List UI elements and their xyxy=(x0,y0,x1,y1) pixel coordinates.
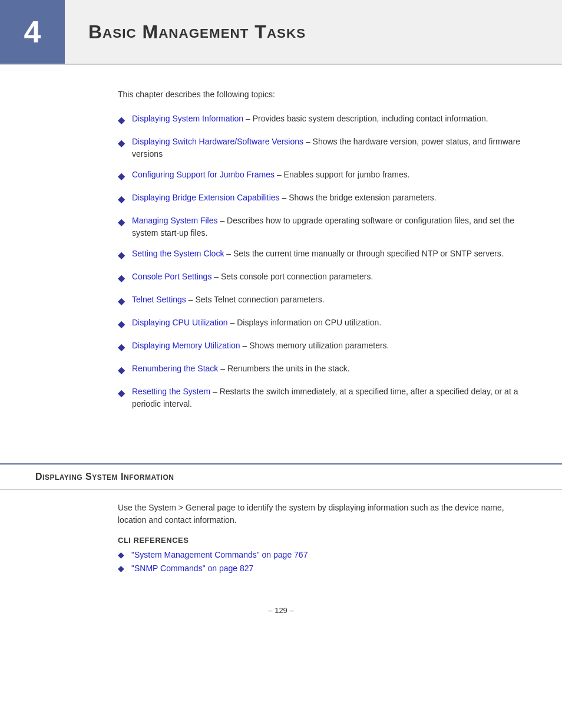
bullet-icon: ◆ xyxy=(118,192,125,206)
bullet-icon: ◆ xyxy=(118,317,125,331)
chapter-title-text: BASIC MANAGEMENT TASKS xyxy=(88,21,306,42)
page-number: – 129 – xyxy=(268,606,293,615)
topic-link-jumbo-frames[interactable]: Configuring Support for Jumbo Frames xyxy=(132,170,275,179)
topic-link-telnet[interactable]: Telnet Settings xyxy=(132,295,186,304)
content-area: This chapter describes the following top… xyxy=(0,65,562,457)
list-item: ◆ Configuring Support for Jumbo Frames –… xyxy=(118,169,527,183)
topic-desc: – Sets Telnet connection parameters. xyxy=(186,295,325,304)
bullet-icon: ◆ xyxy=(118,340,125,354)
topic-content: Displaying System Information – Provides… xyxy=(132,113,527,125)
cli-references-label: CLI References xyxy=(118,536,527,545)
list-item: ◆ Renumbering the Stack – Renumbers the … xyxy=(118,363,527,377)
topic-content: Configuring Support for Jumbo Frames – E… xyxy=(132,169,527,181)
list-item: ◆ Displaying CPU Utilization – Displays … xyxy=(118,317,527,331)
cli-link-snmp[interactable]: "SNMP Commands" on page 827 xyxy=(131,564,253,573)
topic-link-console-port[interactable]: Console Port Settings xyxy=(132,272,211,281)
bullet-icon: ◆ xyxy=(118,271,125,285)
topic-desc: – Shows memory utilization parameters. xyxy=(240,341,389,350)
topic-link-bridge-extension[interactable]: Displaying Bridge Extension Capabilities xyxy=(132,193,280,202)
topic-desc: – Renumbers the units in the stack. xyxy=(218,364,349,373)
bullet-icon: ◆ xyxy=(118,550,124,559)
chapter-title: BASIC MANAGEMENT TASKS xyxy=(88,21,306,43)
topic-content: Setting the System Clock – Sets the curr… xyxy=(132,248,527,260)
topic-desc: – Displays information on CPU utilizatio… xyxy=(228,318,382,327)
topics-list: ◆ Displaying System Information – Provid… xyxy=(118,113,527,410)
bullet-icon: ◆ xyxy=(118,363,125,377)
bullet-icon: ◆ xyxy=(118,564,124,573)
intro-text: This chapter describes the following top… xyxy=(118,88,527,101)
topic-content: Telnet Settings – Sets Telnet connection… xyxy=(132,294,527,306)
topic-content: Managing System Files – Describes how to… xyxy=(132,215,527,239)
cli-link-system-mgmt[interactable]: "System Management Commands" on page 767 xyxy=(131,550,308,559)
list-item: ◆ Console Port Settings – Sets console p… xyxy=(118,271,527,285)
chapter-title-box: BASIC MANAGEMENT TASKS xyxy=(65,0,562,64)
bullet-icon: ◆ xyxy=(118,294,125,308)
bullet-icon: ◆ xyxy=(118,136,125,150)
topic-link-cpu-utilization[interactable]: Displaying CPU Utilization xyxy=(132,318,228,327)
bullet-icon: ◆ xyxy=(118,215,125,229)
page-footer: – 129 – xyxy=(0,588,562,627)
page-container: 4 BASIC MANAGEMENT TASKS This chapter de… xyxy=(0,0,562,728)
chapter-header: 4 BASIC MANAGEMENT TASKS xyxy=(0,0,562,65)
topic-link-memory-utilization[interactable]: Displaying Memory Utilization xyxy=(132,341,240,350)
topic-link-renumbering-stack[interactable]: Renumbering the Stack xyxy=(132,364,218,373)
topic-desc: – Enables support for jumbo frames. xyxy=(275,170,410,179)
section-content: Use the System > General page to identif… xyxy=(0,490,562,588)
section-title-text: DISPLAYING SYSTEM INFORMATION xyxy=(35,472,174,482)
bullet-icon: ◆ xyxy=(118,113,125,127)
bullet-icon: ◆ xyxy=(118,248,125,262)
cli-list-item: ◆ "System Management Commands" on page 7… xyxy=(118,549,527,559)
topic-content: Displaying Memory Utilization – Shows me… xyxy=(132,340,527,352)
chapter-number-text: 4 xyxy=(24,14,41,50)
list-item: ◆ Resetting the System – Restarts the sw… xyxy=(118,386,527,410)
cli-references: CLI References ◆ "System Management Comm… xyxy=(118,536,527,573)
cli-list: ◆ "System Management Commands" on page 7… xyxy=(118,549,527,573)
list-item: ◆ Displaying Memory Utilization – Shows … xyxy=(118,340,527,354)
section-header: DISPLAYING SYSTEM INFORMATION xyxy=(0,465,562,490)
bullet-icon: ◆ xyxy=(118,386,125,400)
topic-desc: – Provides basic system description, inc… xyxy=(243,114,488,123)
list-item: ◆ Setting the System Clock – Sets the cu… xyxy=(118,248,527,262)
list-item: ◆ Managing System Files – Describes how … xyxy=(118,215,527,239)
topic-link-resetting-system[interactable]: Resetting the System xyxy=(132,387,210,396)
topic-content: Resetting the System – Restarts the swit… xyxy=(132,386,527,410)
section-title: DISPLAYING SYSTEM INFORMATION xyxy=(35,472,527,482)
topic-desc: – Shows the bridge extension parameters. xyxy=(280,193,437,202)
list-item: ◆ Displaying Switch Hardware/Software Ve… xyxy=(118,136,527,160)
topic-content: Renumbering the Stack – Renumbers the un… xyxy=(132,363,527,375)
bullet-icon: ◆ xyxy=(118,169,125,183)
list-item: ◆ Displaying System Information – Provid… xyxy=(118,113,527,127)
section-description: Use the System > General page to identif… xyxy=(118,502,527,526)
topic-desc: – Sets the current time manually or thro… xyxy=(224,249,503,258)
cli-list-item: ◆ "SNMP Commands" on page 827 xyxy=(118,563,527,573)
chapter-number: 4 xyxy=(0,0,65,64)
topic-link-hw-sw-versions[interactable]: Displaying Switch Hardware/Software Vers… xyxy=(132,137,303,146)
topic-link-displaying-system-info[interactable]: Displaying System Information xyxy=(132,114,243,123)
topic-content: Console Port Settings – Sets console por… xyxy=(132,271,527,283)
topic-link-managing-files[interactable]: Managing System Files xyxy=(132,216,218,225)
list-item: ◆ Telnet Settings – Sets Telnet connecti… xyxy=(118,294,527,308)
topic-content: Displaying Bridge Extension Capabilities… xyxy=(132,192,527,204)
list-item: ◆ Displaying Bridge Extension Capabiliti… xyxy=(118,192,527,206)
topic-desc: – Sets console port connection parameter… xyxy=(211,272,373,281)
topic-content: Displaying CPU Utilization – Displays in… xyxy=(132,317,527,329)
topic-link-system-clock[interactable]: Setting the System Clock xyxy=(132,249,224,258)
topic-content: Displaying Switch Hardware/Software Vers… xyxy=(132,136,527,160)
